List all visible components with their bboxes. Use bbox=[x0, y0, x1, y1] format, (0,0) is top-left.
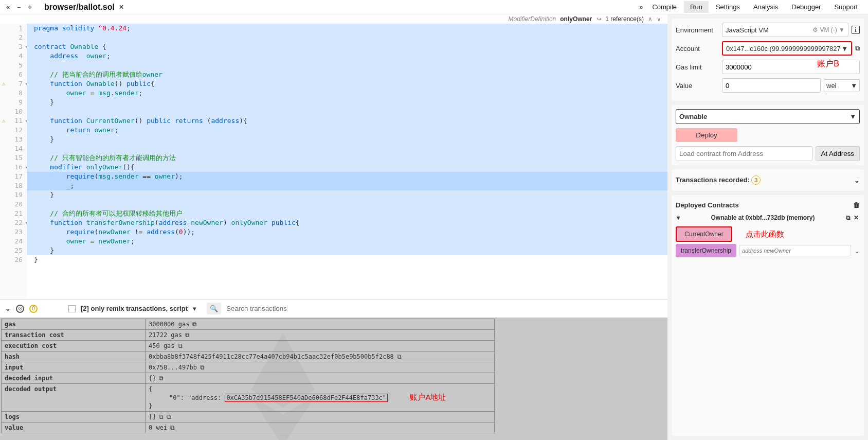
code-line[interactable]: // 把当前合约的调用者赋值给owner bbox=[27, 70, 667, 79]
code-line[interactable] bbox=[27, 200, 667, 209]
back-icon[interactable]: « bbox=[4, 2, 12, 12]
decout-key: "0": "address: bbox=[169, 394, 221, 401]
deployed-contracts-label: Deployed Contracts bbox=[676, 201, 739, 209]
tab-support[interactable]: Support bbox=[828, 1, 864, 13]
code-line[interactable]: } bbox=[27, 246, 667, 255]
code-line[interactable]: } bbox=[27, 190, 667, 200]
account-select[interactable]: 0x147...c160c (99.9999999999997827 ▼ bbox=[722, 41, 852, 56]
info-icon[interactable]: i bbox=[852, 26, 860, 34]
code-line[interactable]: // 合约的所有者可以把权限转移给其他用户 bbox=[27, 209, 667, 218]
code-line[interactable]: function Ownable() public{ bbox=[27, 79, 667, 89]
code-line[interactable] bbox=[27, 61, 667, 70]
environment-select[interactable]: JavaScript VM ⚙ VM (-) ▼ bbox=[722, 23, 848, 37]
editor-metadata: ModifierDefinition onlyOwner ↪ 1 referen… bbox=[0, 14, 667, 24]
search-input[interactable] bbox=[224, 303, 327, 314]
deployed-contract-item: ▾ Ownable at 0xbbf...732db (memory) ⧉ ✕ bbox=[676, 211, 860, 224]
collapse-icon[interactable]: ▾ bbox=[677, 214, 680, 221]
tx-val-execcost: 450 gas bbox=[149, 342, 175, 349]
code-line[interactable] bbox=[27, 107, 667, 116]
copy-icon[interactable]: ⧉ bbox=[846, 214, 851, 221]
close-icon[interactable]: × bbox=[119, 3, 123, 11]
code-line[interactable]: modifier onlyOwner(){ bbox=[27, 163, 667, 172]
tx-val-logs: [] bbox=[149, 413, 156, 420]
currentowner-button[interactable]: CurrentOwner bbox=[676, 226, 732, 242]
line-number: 4 bbox=[0, 51, 23, 61]
code-line[interactable]: _; bbox=[27, 181, 667, 190]
trash-icon[interactable]: 🗑 bbox=[853, 201, 860, 209]
close-icon[interactable]: ✕ bbox=[854, 214, 859, 221]
code-line[interactable]: require(newOwner != address(0)); bbox=[27, 227, 667, 237]
expand-icon[interactable]: ⌄ bbox=[854, 247, 860, 255]
code-line[interactable] bbox=[27, 33, 667, 42]
code-line[interactable]: } bbox=[27, 255, 667, 265]
copy-icon[interactable]: ⧉ bbox=[855, 44, 860, 52]
contract-select[interactable]: Ownable ▼ bbox=[676, 109, 860, 124]
chevrons-icon[interactable]: » bbox=[637, 2, 645, 12]
value-input[interactable] bbox=[722, 78, 821, 93]
ref-next-icon[interactable]: ∨ bbox=[657, 15, 661, 23]
transferownership-input[interactable] bbox=[739, 245, 851, 256]
console-output[interactable]: gas3000000 gas⧉ transaction cost21722 ga… bbox=[0, 318, 667, 440]
load-address-input[interactable] bbox=[676, 146, 812, 161]
copy-icon[interactable]: ⧉ bbox=[185, 331, 190, 339]
transferownership-button[interactable]: transferOwnership bbox=[676, 244, 736, 257]
table-row: decoded input{}⧉ bbox=[2, 373, 495, 384]
copy-icon[interactable]: ⧉ bbox=[159, 375, 164, 382]
filter-label[interactable]: [2] only remix transactions, script bbox=[81, 305, 188, 312]
tx-key-gas: gas bbox=[2, 319, 146, 330]
copy-icon[interactable]: ⧉ bbox=[170, 424, 175, 431]
ref-prev-icon[interactable]: ∧ bbox=[648, 15, 653, 23]
expand-icon[interactable]: ⌄ bbox=[854, 177, 860, 184]
file-tab[interactable]: browser/ballot.sol × bbox=[37, 2, 131, 13]
deploy-button[interactable]: Deploy bbox=[676, 128, 737, 142]
copy-icon[interactable]: ⧉ bbox=[192, 321, 197, 328]
search-icon[interactable]: 🔍 bbox=[207, 303, 221, 314]
line-number: 19 bbox=[0, 190, 23, 200]
run-panel: Environment JavaScript VM ⚙ VM (-) ▼ i A… bbox=[667, 14, 868, 440]
code-line[interactable]: // 只有智能合约的所有者才能调用的方法 bbox=[27, 153, 667, 163]
code-line[interactable]: address owner; bbox=[27, 51, 667, 61]
code-line[interactable] bbox=[27, 144, 667, 153]
references-count[interactable]: 1 reference(s) bbox=[605, 15, 644, 23]
code-line[interactable]: return owner; bbox=[27, 126, 667, 135]
code-line[interactable]: owner = msg.sender; bbox=[27, 89, 667, 98]
filter-checkbox[interactable] bbox=[68, 305, 76, 312]
filter-dropdown-icon[interactable]: ▾ bbox=[193, 305, 196, 312]
copy-icon[interactable]: ⧉ bbox=[167, 413, 171, 420]
clear-console-icon[interactable]: ⊘ bbox=[16, 305, 24, 313]
unit-select[interactable]: wei ▼ bbox=[824, 79, 860, 92]
line-number: 18 bbox=[0, 181, 23, 190]
minus-icon[interactable]: – bbox=[15, 2, 23, 12]
copy-icon[interactable]: ⧉ bbox=[159, 413, 164, 420]
file-tab-label: browser/ballot.sol bbox=[44, 3, 115, 11]
code-line[interactable]: pragma solidity ^0.4.24; bbox=[27, 24, 667, 33]
plus-icon[interactable]: + bbox=[26, 2, 34, 12]
tab-run[interactable]: Run bbox=[684, 1, 709, 13]
at-address-button[interactable]: At Address bbox=[816, 146, 860, 161]
tab-analysis[interactable]: Analysis bbox=[747, 1, 784, 13]
code-line[interactable]: } bbox=[27, 98, 667, 107]
tx-val-hash: 0xbba8b8f3748f425f4911c28cc77e4a407cb94b… bbox=[149, 353, 394, 360]
line-number: 26 bbox=[0, 255, 23, 265]
copy-icon[interactable]: ⧉ bbox=[178, 342, 183, 349]
copy-icon[interactable]: ⧉ bbox=[200, 364, 205, 371]
code-line[interactable]: require(msg.sender == owner); bbox=[27, 172, 667, 181]
console-toolbar: ⌄ ⊘ 0 [2] only remix transactions, scrip… bbox=[0, 299, 667, 318]
tab-compile[interactable]: Compile bbox=[646, 1, 683, 13]
code-line[interactable]: function CurrentOwner() public returns (… bbox=[27, 116, 667, 126]
table-row: execution cost450 gas⧉ bbox=[2, 341, 495, 351]
console-toggle-icon[interactable]: ⌄ bbox=[5, 305, 11, 312]
tx-key-hash: hash bbox=[2, 351, 146, 362]
code-editor[interactable]: 1234567891011121314151617181920212223242… bbox=[0, 24, 667, 299]
code-line[interactable]: function transferOwnership(address newOw… bbox=[27, 218, 667, 227]
goto-icon[interactable]: ↪ bbox=[596, 15, 601, 23]
tx-recorded-label: Transactions recorded: bbox=[676, 176, 750, 184]
contract-name: Ownable bbox=[679, 113, 707, 120]
code-line[interactable]: owner = newOwner; bbox=[27, 237, 667, 246]
copy-icon[interactable]: ⧉ bbox=[397, 353, 402, 360]
line-number: 15 bbox=[0, 153, 23, 163]
code-line[interactable]: } bbox=[27, 135, 667, 144]
tab-debugger[interactable]: Debugger bbox=[785, 1, 827, 13]
tab-settings[interactable]: Settings bbox=[710, 1, 746, 13]
code-line[interactable]: contract Ownable { bbox=[27, 42, 667, 51]
